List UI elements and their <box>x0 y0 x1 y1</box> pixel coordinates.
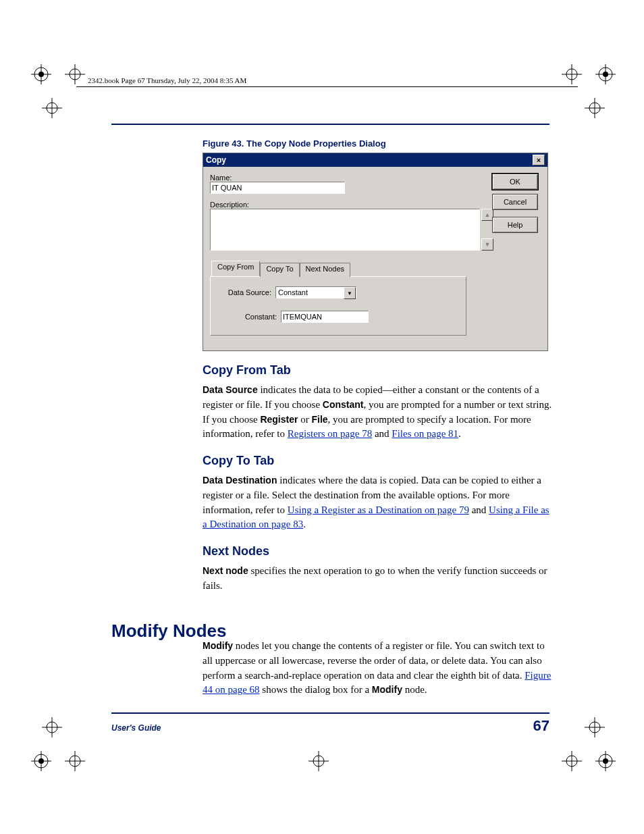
name-input[interactable] <box>210 182 345 194</box>
crosshair-icon <box>63 63 86 86</box>
paragraph-modify: Modify nodes let you change the contents… <box>203 639 554 698</box>
crosshair-icon <box>560 750 583 773</box>
close-button[interactable]: × <box>533 155 545 165</box>
chevron-down-icon: ▼ <box>344 287 356 299</box>
page-footer: User's Guide 67 <box>111 717 549 735</box>
cancel-button[interactable]: Cancel <box>492 194 538 210</box>
crosshair-icon <box>41 716 63 739</box>
help-button[interactable]: Help <box>492 217 538 233</box>
dialog-tabbar: Copy From Copy To Next Nodes <box>210 263 480 276</box>
figure-caption: Figure 43. The Copy Node Properties Dial… <box>203 138 554 149</box>
link-register-dest-p79[interactable]: Using a Register as a Destination on pag… <box>288 504 469 515</box>
copy-dialog: Copy × Name: Description: ▲ ▼ Copy From … <box>203 153 548 351</box>
data-source-select[interactable]: Constant ▼ <box>275 286 356 298</box>
tab-panel-copy-from: Data Source: Constant ▼ Constant: <box>210 276 466 336</box>
term-modify: Modify <box>203 640 233 651</box>
registration-mark-icon <box>594 750 617 773</box>
header-rule <box>76 86 578 87</box>
crosshair-icon <box>63 750 86 773</box>
crosshair-icon <box>41 97 63 120</box>
registration-mark-icon <box>30 63 53 86</box>
tab-next-nodes[interactable]: Next Nodes <box>300 263 350 277</box>
term-data-destination: Data Destination <box>203 475 277 486</box>
paragraph-next-nodes: Next node specifies the next operation t… <box>203 564 554 594</box>
footer-page-number: 67 <box>533 717 549 735</box>
dialog-button-column: OK Cancel Help <box>492 174 538 237</box>
tab-copy-to[interactable]: Copy To <box>260 263 299 277</box>
term-file: File <box>311 414 327 425</box>
link-registers-p78[interactable]: Registers on page 78 <box>288 428 372 439</box>
term-next-node: Next node <box>203 565 248 576</box>
data-source-value: Constant <box>278 288 308 296</box>
constant-label: Constant: <box>236 313 281 321</box>
dialog-titlebar: Copy × <box>203 153 547 167</box>
crosshair-icon <box>307 750 330 773</box>
term-constant: Constant <box>323 399 364 410</box>
crosshair-icon <box>583 716 606 739</box>
registration-mark-icon <box>594 63 617 86</box>
term-data-source: Data Source <box>203 384 258 395</box>
paragraph-copy-to: Data Destination indicates where the dat… <box>203 473 554 532</box>
dialog-body: Name: Description: ▲ ▼ Copy From Copy To… <box>203 167 547 350</box>
description-label: Description: <box>210 201 480 209</box>
scroll-down-button[interactable]: ▼ <box>481 238 493 251</box>
footer-guide: User's Guide <box>111 723 161 733</box>
crosshair-icon <box>560 63 583 86</box>
crosshair-icon <box>583 97 606 120</box>
link-files-p81[interactable]: Files on page 81 <box>392 428 458 439</box>
paragraph-copy-from: Data Source indicates the data to be cop… <box>203 383 554 442</box>
page: 2342.book Page 67 Thursday, July 22, 200… <box>0 0 644 834</box>
tab-copy-from[interactable]: Copy From <box>211 261 260 276</box>
heading-copy-from-tab: Copy From Tab <box>203 363 554 377</box>
top-rule <box>111 124 549 125</box>
heading-copy-to-tab: Copy To Tab <box>203 454 554 468</box>
term-register: Register <box>260 414 298 425</box>
page-header-meta: 2342.book Page 67 Thursday, July 22, 200… <box>88 76 246 84</box>
content-column: Figure 43. The Copy Node Properties Dial… <box>203 138 554 600</box>
bottom-rule <box>111 712 549 714</box>
term-modify-2: Modify <box>372 684 402 695</box>
data-source-label: Data Source: <box>223 288 275 296</box>
dialog-title: Copy <box>206 155 226 165</box>
ok-button[interactable]: OK <box>492 174 538 190</box>
description-textarea[interactable] <box>210 209 480 251</box>
registration-mark-icon <box>30 750 53 773</box>
constant-input[interactable] <box>281 311 369 323</box>
name-label: Name: <box>210 174 480 182</box>
heading-next-nodes: Next Nodes <box>203 544 554 558</box>
